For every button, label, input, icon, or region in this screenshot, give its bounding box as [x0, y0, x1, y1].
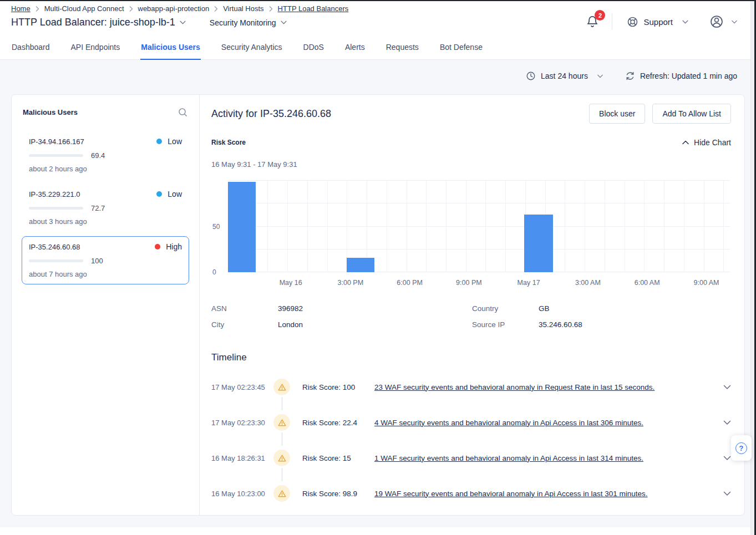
notifications-button[interactable]: 2 [585, 14, 600, 29]
chart-gridline [605, 181, 605, 272]
chevron-down-icon [281, 21, 287, 24]
severity-label: Low [168, 190, 182, 198]
risk-progress-bar [29, 259, 83, 262]
search-icon [177, 107, 188, 118]
user-ip: IP-35.246.60.68 [29, 243, 80, 251]
chart-xtick-label: 3:00 AM [575, 279, 601, 287]
chevron-down-icon[interactable] [723, 420, 731, 425]
tab-bot-defense[interactable]: Bot Defense [439, 35, 483, 60]
activity-title: Activity for IP-35.246.60.68 [211, 108, 331, 120]
breadcrumb-virtual-hosts[interactable]: Virtual Hosts [223, 4, 263, 13]
risk-score-value: 72.7 [91, 204, 105, 212]
timeline-timestamp: 17 May 02:23:45 [211, 383, 273, 391]
chart-gridline [664, 181, 664, 272]
divider [612, 13, 612, 30]
refresh-status-label: Refresh: Updated 1 min ago [640, 72, 737, 80]
chart-gridline [387, 181, 387, 272]
chart-gridline [625, 181, 625, 272]
malicious-users-sidebar: Malicious Users IP-34.94.166.167 Low [12, 95, 200, 515]
support-menu[interactable]: Support [627, 16, 688, 28]
severity-label: Low [168, 137, 182, 146]
detail-value-city: London [278, 320, 303, 329]
tab-ddos[interactable]: DDoS [303, 35, 324, 60]
severity-badge: Low [156, 190, 182, 198]
breadcrumb-home[interactable]: Home [11, 4, 31, 13]
timeline-event-link[interactable]: 4 WAF security events and behavioral ano… [374, 419, 643, 427]
time-range-selector[interactable]: Last 24 hours [526, 71, 603, 81]
user-list-item[interactable]: IP-35.229.221.0 Low 72.7 about 3 hours a… [22, 184, 189, 232]
life-ring-icon [627, 16, 638, 28]
tab-bar: Dashboard API Endpoints Malicious Users … [0, 35, 756, 60]
breadcrumb-namespace[interactable]: webapp-api-protection [138, 4, 210, 13]
chart-xtick-label: May 16 [280, 279, 302, 287]
chart-ytick-label: 0 [212, 268, 216, 276]
page-title: HTTP Load Balancer: juice-shop-lb-1 [11, 17, 175, 28]
help-button[interactable]: ? [731, 435, 752, 461]
timeline-timestamp: 16 May 18:26:31 [211, 454, 273, 462]
hide-chart-toggle[interactable]: Hide Chart [682, 138, 731, 147]
time-range-label: Last 24 hours [541, 72, 588, 80]
detail-label: Country [472, 304, 539, 313]
chart-gridline [228, 226, 730, 227]
chart-gridline [565, 181, 565, 272]
search-button[interactable] [177, 107, 188, 118]
detail-value-source-ip: 35.246.60.68 [539, 320, 582, 329]
chart-gridline [287, 181, 288, 272]
chart-gridline [704, 181, 704, 272]
last-seen: about 7 hours ago [29, 270, 182, 278]
warning-icon [273, 379, 290, 395]
chart-gridline [723, 181, 724, 272]
chart-gridline [466, 181, 466, 272]
chevron-down-icon[interactable] [723, 491, 731, 496]
tab-security-analytics[interactable]: Security Analytics [221, 35, 283, 60]
timeline-event: 16 May 10:23:00 Risk Score: 98.9 19 WAF … [211, 485, 731, 502]
chart-gridline [228, 249, 730, 249]
timeline-event-link[interactable]: 23 WAF security events and behavioral an… [374, 383, 654, 391]
risk-score-bar [347, 258, 374, 272]
chevron-down-icon[interactable] [180, 21, 186, 24]
view-selector[interactable]: Security Monitoring [210, 18, 287, 27]
warning-icon [273, 414, 290, 431]
timeline-event-link[interactable]: 1 WAF security events and behavioral ano… [374, 454, 643, 462]
timeline-timestamp: 16 May 10:23:00 [211, 490, 273, 498]
warning-icon [273, 485, 290, 502]
tab-requests[interactable]: Requests [385, 35, 419, 60]
timeline-event-link[interactable]: 19 WAF security events and behavioral an… [374, 490, 648, 498]
tab-api-endpoints[interactable]: API Endpoints [70, 35, 121, 60]
severity-dot-icon [156, 191, 162, 197]
chevron-down-icon [682, 20, 688, 24]
timeline-timestamp: 17 May 02:23:30 [211, 419, 273, 427]
chart-xtick-label: 9:00 PM [456, 279, 482, 287]
block-user-button[interactable]: Block user [589, 104, 645, 124]
risk-score-bar [228, 182, 256, 272]
chevron-down-icon[interactable] [723, 456, 731, 461]
add-to-allow-list-button[interactable]: Add To Allow List [652, 104, 731, 124]
breadcrumb-http-load-balancers[interactable]: HTTP Load Balancers [278, 4, 349, 13]
tab-malicious-users[interactable]: Malicious Users [140, 35, 201, 60]
risk-score-chart: 050 May 163:00 PM6:00 PM9:00 PMMay 173:0… [228, 181, 730, 290]
chart-xtick-label: 6:00 PM [397, 279, 423, 287]
user-list-item-selected[interactable]: IP-35.246.60.68 High 100 about 7 hours a… [22, 236, 189, 284]
breadcrumb-multicloud[interactable]: Multi-Cloud App Connect [44, 4, 124, 13]
chart-gridline [307, 181, 308, 272]
chart-gridline [505, 181, 506, 272]
tab-dashboard[interactable]: Dashboard [11, 35, 50, 60]
severity-label: High [166, 242, 182, 251]
timeline-event: 17 May 02:23:30 Risk Score: 22.4 4 WAF s… [211, 414, 731, 431]
chevron-up-icon [682, 140, 689, 145]
timeline-risk-score: Risk Score: 98.9 [302, 490, 371, 498]
detail-label: Source IP [472, 320, 539, 329]
chevron-down-icon [597, 74, 603, 78]
account-menu[interactable] [709, 14, 737, 29]
tab-alerts[interactable]: Alerts [344, 35, 366, 60]
details-left-column: ASN396982 CityLondon [211, 304, 472, 337]
refresh-icon [625, 71, 635, 81]
chevron-right-icon [214, 6, 218, 12]
user-list-item[interactable]: IP-34.94.166.167 Low 69.4 about 2 hours … [22, 131, 189, 179]
last-seen: about 3 hours ago [29, 217, 182, 226]
activity-panel: Activity for IP-35.246.60.68 Block user … [200, 95, 744, 515]
timeline-event: 16 May 18:26:31 Risk Score: 15 1 WAF sec… [211, 450, 731, 466]
chevron-down-icon[interactable] [723, 385, 731, 390]
refresh-button[interactable]: Refresh: Updated 1 min ago [625, 71, 737, 81]
chevron-down-icon [732, 20, 737, 24]
